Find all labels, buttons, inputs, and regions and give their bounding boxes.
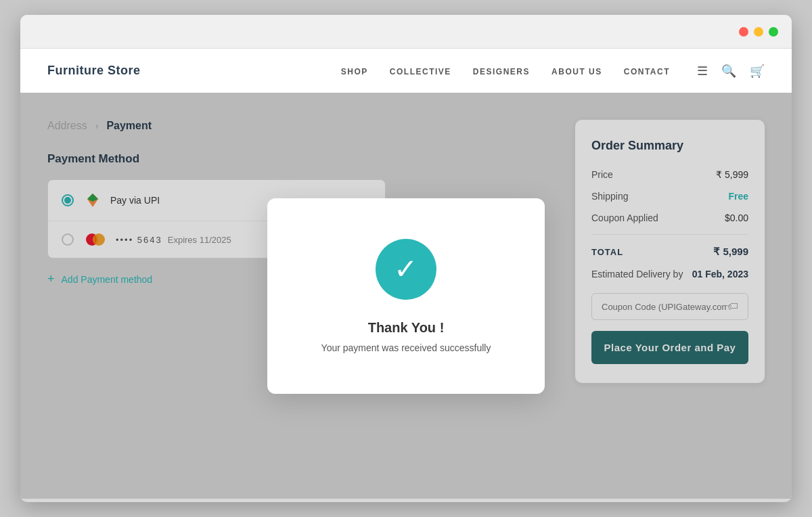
navbar-nav: SHOP COLLECTIVE DESIGNERS ABOUT US CONTA… <box>341 65 670 77</box>
navbar-icons: ☰ 🔍 🛒 <box>697 64 765 78</box>
browser-chrome <box>20 15 792 49</box>
navbar: Furniture Store SHOP COLLECTIVE DESIGNER… <box>20 49 792 93</box>
sidebar-item-contact[interactable]: CONTACT <box>624 65 670 77</box>
modal-title: Thank You ! <box>368 320 445 336</box>
menu-icon[interactable]: ☰ <box>697 64 708 78</box>
sidebar-item-collective[interactable]: COLLECTIVE <box>390 65 451 77</box>
nav-link-collective[interactable]: COLLECTIVE <box>390 67 451 76</box>
traffic-light-green[interactable] <box>769 27 778 37</box>
search-icon[interactable]: 🔍 <box>721 64 736 78</box>
success-circle: ✓ <box>376 239 436 300</box>
sidebar-item-designers[interactable]: DESIGNERS <box>473 65 530 77</box>
sidebar-item-shop[interactable]: SHOP <box>341 65 368 77</box>
nav-link-contact[interactable]: CONTACT <box>624 67 670 76</box>
check-icon: ✓ <box>394 255 418 284</box>
main-content: Address › Payment Payment Method <box>20 93 792 499</box>
nav-link-shop[interactable]: SHOP <box>341 67 368 76</box>
modal-subtitle: Your payment was received successfully <box>321 342 491 353</box>
traffic-light-red[interactable] <box>739 27 748 37</box>
navbar-brand[interactable]: Furniture Store <box>47 64 141 78</box>
nav-link-about[interactable]: ABOUT US <box>551 67 602 76</box>
traffic-lights <box>739 27 778 37</box>
nav-link-designers[interactable]: DESIGNERS <box>473 67 530 76</box>
sidebar-item-about[interactable]: ABOUT US <box>551 65 602 77</box>
cart-icon[interactable]: 🛒 <box>750 64 765 78</box>
traffic-light-yellow[interactable] <box>754 27 763 37</box>
success-modal: ✓ Thank You ! Your payment was received … <box>267 198 545 394</box>
modal-overlay[interactable]: ✓ Thank You ! Your payment was received … <box>20 93 792 499</box>
